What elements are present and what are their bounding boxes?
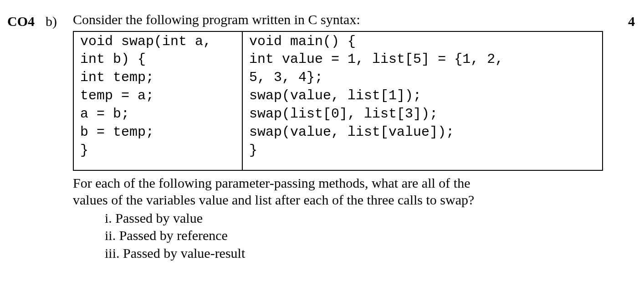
option-ii: ii. Passed by reference [105,227,603,244]
code-table: void swap(int a, int b) { int temp; temp… [73,31,603,171]
option-iii: iii. Passed by value-result [105,245,603,262]
followup-line-2: values of the variables value and list a… [73,191,603,209]
marks-label: 4 [628,13,635,30]
question-intro: Consider the following program written i… [73,11,603,28]
co-label: CO4 [7,13,35,30]
code-cell-right: void main() { int value = 1, list[5] = {… [242,31,603,170]
question-block: CO4 b) 4 Consider the following program … [0,0,644,262]
code-main-function: void main() { int value = 1, list[5] = {… [249,33,596,160]
followup-line-1: For each of the following parameter-pass… [73,174,603,192]
code-swap-function: void swap(int a, int b) { int temp; temp… [80,33,235,160]
question-body: Consider the following program written i… [73,11,603,262]
option-i: i. Passed by value [105,210,603,227]
options-list: i. Passed by value ii. Passed by referen… [105,210,603,262]
part-label: b) [46,13,57,30]
code-cell-left: void swap(int a, int b) { int temp; temp… [73,31,242,170]
question-followup: For each of the following parameter-pass… [73,174,603,262]
